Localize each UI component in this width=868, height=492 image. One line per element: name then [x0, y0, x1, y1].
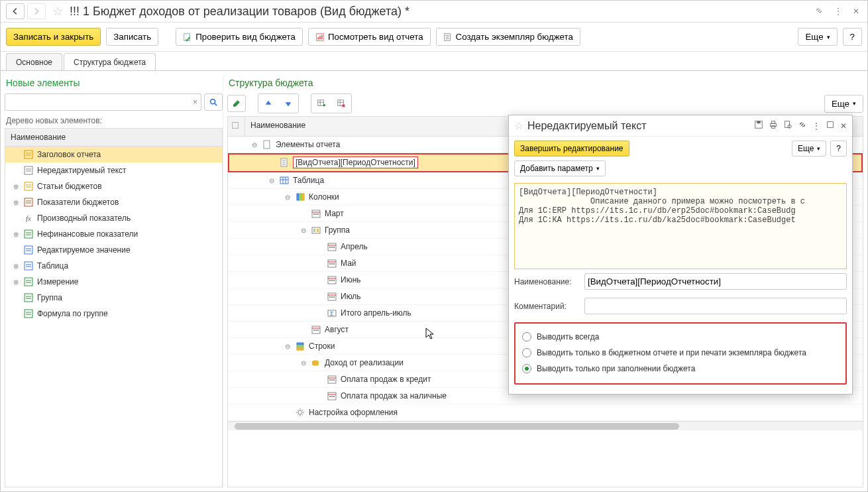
left-tree-item[interactable]: Нередактируемый текст: [5, 162, 222, 178]
item-label: Измерение: [37, 277, 78, 286]
tab-main[interactable]: Основное: [6, 53, 62, 71]
favorite-star-icon[interactable]: ☆: [52, 4, 63, 19]
row-expand-icon[interactable]: ⊖: [284, 194, 292, 201]
row-expand-icon[interactable]: ⊖: [299, 359, 307, 367]
finish-editing-button[interactable]: Завершить редактирование: [514, 141, 629, 156]
item-icon: [24, 198, 33, 207]
row-expand-icon[interactable]: ⊖: [268, 177, 276, 184]
tree-section-label: Дерево новых элементов:: [5, 113, 223, 128]
svg-rect-14: [25, 166, 32, 174]
back-button[interactable]: [6, 3, 25, 19]
row-label: Оплата продаж за наличные: [341, 391, 447, 400]
popup-preview-icon[interactable]: [783, 120, 792, 131]
name-input[interactable]: [584, 273, 847, 290]
left-tree-item[interactable]: Формула по группе: [5, 306, 222, 322]
svg-point-9: [211, 99, 215, 104]
tab-structure[interactable]: Структура бюджета: [64, 53, 156, 71]
svg-text:Σ: Σ: [330, 310, 334, 317]
create-instance-button[interactable]: Создать экземпляр бюджета: [436, 28, 580, 46]
svg-rect-4: [321, 34, 323, 39]
search-input[interactable]: [5, 93, 201, 111]
left-tree-item[interactable]: Заголовок отчета: [5, 147, 222, 162]
left-tree-item[interactable]: ⊕Показатели бюджетов: [5, 194, 222, 210]
search-button[interactable]: [204, 93, 223, 111]
horizontal-scrollbar[interactable]: [228, 421, 863, 430]
radio-icon: [522, 332, 531, 341]
left-tree-item[interactable]: ⊕Нефинансовые показатели: [5, 226, 222, 242]
comment-input[interactable]: [584, 298, 847, 314]
output-mode-option[interactable]: Выводить только в бюджетном отчете и при…: [521, 345, 840, 361]
item-icon: [24, 261, 33, 271]
row-label: Июнь: [341, 275, 361, 284]
row-expand-icon[interactable]: ⊖: [250, 141, 258, 149]
expand-icon[interactable]: ⊕: [12, 199, 20, 206]
row-label: Июль: [341, 292, 361, 301]
radio-label: Выводить только при заполнении бюджета: [537, 364, 695, 373]
left-tree-item[interactable]: ⊕Таблица: [5, 258, 222, 274]
popup-star-icon[interactable]: ☆: [514, 119, 523, 132]
svg-rect-92: [313, 330, 315, 331]
close-icon[interactable]: ✕: [850, 5, 862, 17]
expand-icon[interactable]: ⊕: [12, 278, 20, 286]
structure-more-button[interactable]: Еще ▾: [824, 95, 863, 113]
link-icon[interactable]: [812, 5, 826, 19]
popup-print-icon[interactable]: [769, 120, 778, 131]
view-report-button[interactable]: Посмотреть вид отчета: [308, 28, 431, 46]
item-label: Таблица: [37, 261, 68, 271]
output-mode-option[interactable]: Выводить всегда: [521, 329, 840, 345]
svg-rect-108: [331, 396, 333, 397]
left-tree-item[interactable]: ⊕Измерение: [5, 274, 222, 290]
check-budget-type-button[interactable]: Проверить вид бюджета: [176, 28, 303, 46]
svg-rect-35: [25, 294, 32, 302]
popup-more-button[interactable]: Еще ▾: [792, 141, 826, 156]
row-type-icon: [296, 341, 305, 351]
left-tree-item[interactable]: ⊕Статьи бюджетов: [5, 178, 222, 194]
add-parameter-button[interactable]: Добавить параметр ▾: [514, 160, 606, 176]
output-mode-option[interactable]: Выводить только при заполнении бюджета: [521, 361, 840, 377]
move-up-button[interactable]: [259, 95, 278, 112]
clear-search-icon[interactable]: ×: [193, 97, 197, 107]
expand-icon[interactable]: ⊕: [12, 231, 20, 238]
save-and-close-button[interactable]: Записать и закрыть: [6, 28, 101, 46]
popup-close-icon[interactable]: ✕: [840, 121, 847, 131]
left-tree-item[interactable]: Группа: [5, 290, 222, 306]
help-button[interactable]: ?: [843, 28, 862, 46]
popup-kebab-icon[interactable]: ⋮: [812, 121, 820, 131]
left-tree-header: Наименование: [5, 128, 223, 147]
left-tree-item[interactable]: Редактируемое значение: [5, 242, 222, 258]
svg-rect-76: [331, 263, 333, 265]
row-expand-icon[interactable]: ⊖: [284, 343, 292, 350]
save-button[interactable]: Записать: [106, 28, 158, 46]
svg-rect-82: [333, 280, 335, 281]
expand-icon[interactable]: ⊕: [12, 183, 20, 190]
item-label: Формула по группе: [37, 309, 108, 318]
row-expand-icon[interactable]: ⊖: [299, 227, 307, 234]
svg-rect-20: [25, 198, 32, 206]
item-icon: [24, 166, 33, 175]
left-tree-item[interactable]: fxПроизводный показатель: [5, 210, 222, 226]
text-editor[interactable]: [ВидОтчета][ПериодОтчетности] Описание д…: [514, 183, 847, 269]
row-label: Элементы отчета: [276, 140, 340, 149]
popup-link-icon[interactable]: [798, 120, 807, 131]
popup-help-button[interactable]: ?: [830, 141, 847, 156]
radio-label: Выводить только в бюджетном отчете и при…: [537, 348, 806, 357]
table-remove-button[interactable]: [332, 95, 351, 112]
more-button[interactable]: Еще ▾: [798, 28, 837, 46]
structure-row[interactable]: Настройка оформления: [228, 404, 863, 421]
expand-icon[interactable]: ⊕: [12, 263, 20, 270]
svg-rect-3: [319, 36, 321, 39]
popup-maximize-icon[interactable]: [826, 120, 835, 131]
table-add-button[interactable]: [312, 95, 331, 112]
kebab-menu-icon[interactable]: ⋮: [832, 5, 845, 17]
svg-rect-104: [333, 379, 335, 381]
svg-rect-97: [297, 348, 303, 350]
forward-button[interactable]: [27, 3, 46, 19]
svg-rect-112: [757, 121, 760, 124]
popup-save-icon[interactable]: [754, 120, 763, 131]
item-label: Группа: [37, 293, 62, 302]
svg-rect-72: [333, 247, 335, 248]
row-label: [ВидОтчета][ПериодОтчетности]: [293, 156, 418, 168]
move-down-button[interactable]: [279, 95, 298, 112]
svg-rect-48: [264, 141, 270, 149]
edit-button[interactable]: [227, 95, 246, 112]
